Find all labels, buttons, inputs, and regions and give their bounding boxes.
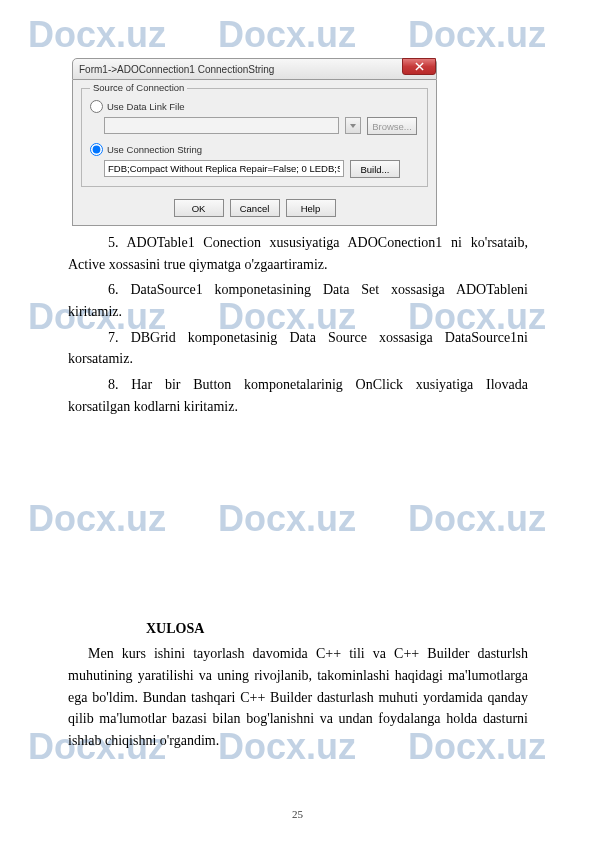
datalink-dropdown-button[interactable] [345, 117, 361, 134]
paragraph-7: 7. DBGrid komponetasinig Data Source xos… [68, 327, 528, 370]
dialog-button-row: OK Cancel Help [81, 197, 428, 217]
dialog-body: Source of Connection Use Data Link File … [72, 80, 437, 226]
paragraph-8: 8. Har bir Button komponetalarinig OnCli… [68, 374, 528, 417]
radio-connstr-input[interactable] [90, 143, 103, 156]
help-button[interactable]: Help [286, 199, 336, 217]
dialog-title: Form1->ADOConnection1 ConnectionString [79, 64, 274, 75]
paragraph-5: 5. ADOTable1 Conection xususiyatiga ADOC… [68, 232, 528, 275]
dialog-titlebar: Form1->ADOConnection1 ConnectionString [72, 58, 437, 80]
connection-string-dialog: Form1->ADOConnection1 ConnectionString S… [72, 58, 437, 226]
radio-connstr-label: Use Connection String [107, 144, 202, 155]
xulosa-heading: XULOSA [68, 618, 528, 640]
radio-datalink-input[interactable] [90, 100, 103, 113]
browse-button[interactable]: Browse... [367, 117, 417, 135]
close-button[interactable] [402, 58, 436, 75]
radio-use-connection-string[interactable]: Use Connection String [90, 143, 419, 156]
radio-datalink-label: Use Data Link File [107, 101, 185, 112]
source-of-connection-group: Source of Connection Use Data Link File … [81, 88, 428, 187]
group-label: Source of Connection [90, 82, 187, 93]
watermark: Docx.uz [218, 14, 356, 56]
page-number: 25 [0, 808, 595, 820]
watermark: Docx.uz [28, 14, 166, 56]
xulosa-body: Men kurs ishini tayorlash davomida C++ t… [68, 643, 528, 751]
build-button[interactable]: Build... [350, 160, 400, 178]
radio-use-datalink[interactable]: Use Data Link File [90, 100, 419, 113]
datalink-file-input [104, 117, 339, 134]
document-content: 5. ADOTable1 Conection xususiyatiga ADOC… [68, 232, 528, 756]
watermark: Docx.uz [408, 14, 546, 56]
close-icon [415, 62, 424, 71]
paragraph-6: 6. DataSource1 komponetasining Data Set … [68, 279, 528, 322]
cancel-button[interactable]: Cancel [230, 199, 280, 217]
ok-button[interactable]: OK [174, 199, 224, 217]
connection-string-input[interactable] [104, 160, 344, 177]
